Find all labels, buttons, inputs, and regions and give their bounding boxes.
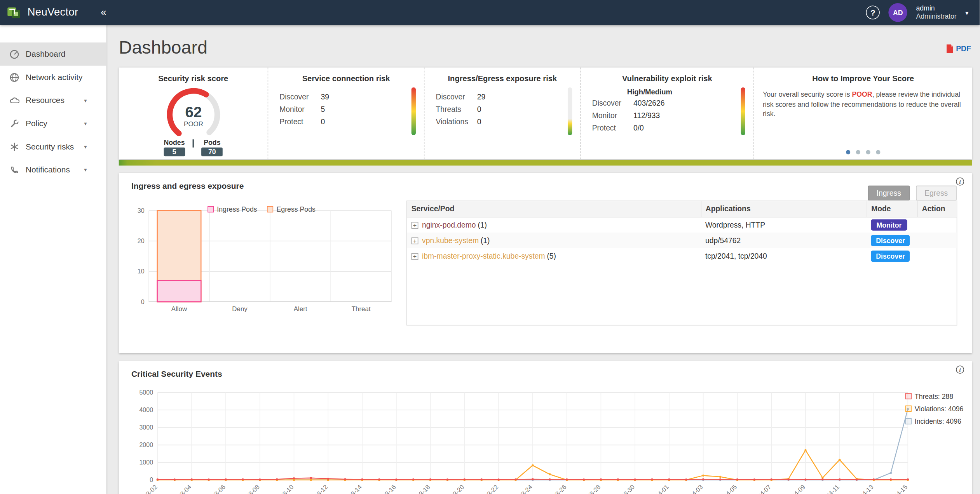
service-count: (5)	[547, 252, 556, 261]
service-count: (1)	[478, 221, 487, 230]
improve-text-before: Your overall security score is	[763, 90, 852, 98]
sidebar-item-label: Policy	[26, 119, 47, 128]
sidebar-item-network-activity[interactable]: Network activity	[0, 66, 106, 89]
carousel-dot[interactable]	[866, 150, 870, 154]
carousel-dot[interactable]	[876, 150, 880, 154]
metric-value: 0	[477, 117, 481, 126]
sidebar-item-policy[interactable]: Policy ▾	[0, 112, 106, 135]
sidebar: Dashboard Network activity Resources ▾ P…	[0, 25, 106, 494]
tab-ingress[interactable]: Ingress	[868, 186, 910, 201]
metric-value: 29	[477, 92, 485, 101]
info-icon[interactable]: i	[956, 177, 964, 186]
svg-text:03-18: 03-18	[415, 483, 431, 494]
expand-icon[interactable]: +	[412, 253, 419, 260]
col-applications[interactable]: Applications	[701, 201, 867, 217]
chevron-down-icon[interactable]: ▾	[84, 167, 87, 173]
legend-label: Incidents: 4096	[915, 417, 961, 425]
svg-text:04-09: 04-09	[790, 483, 806, 494]
tab-egress[interactable]: Egress	[916, 186, 957, 201]
service-link[interactable]: nginx-pod.demo	[422, 221, 476, 230]
gauge-grade: POOR	[183, 120, 203, 128]
metric-label: Discover	[279, 92, 321, 101]
pdf-export-link[interactable]: PDF	[946, 44, 971, 53]
exposure-card-title: Ingress and egress exposure	[131, 181, 244, 191]
service-link[interactable]: ibm-master-proxy-static.kube-system	[422, 252, 545, 261]
pdf-icon	[946, 44, 953, 53]
metric-label: Protect	[279, 117, 321, 126]
improve-text: Your overall security score is POOR, ple…	[754, 83, 972, 119]
col-action[interactable]: Action	[917, 201, 957, 217]
user-block[interactable]: admin Administrator	[916, 4, 956, 21]
svg-text:20: 20	[138, 237, 145, 244]
main-content: Dashboard PDF Security risk score 62 POO…	[106, 25, 980, 494]
high-medium-label: High/Medium	[627, 88, 753, 96]
legend-label: Egress Pods	[277, 205, 316, 213]
applications-cell: tcp/2041, tcp/2040	[701, 248, 867, 264]
panel-title: Vulnerability exploit risk	[581, 74, 753, 83]
events-card-title: Critical Security Events	[131, 369, 222, 379]
svg-text:3000: 3000	[139, 424, 153, 431]
brand-name: NeuVector	[28, 6, 78, 19]
avatar[interactable]: AD	[889, 3, 907, 22]
sidebar-item-resources[interactable]: Resources ▾	[0, 89, 106, 112]
dashboard-icon	[9, 49, 19, 59]
service-link[interactable]: vpn.kube-system	[422, 236, 479, 245]
svg-text:4000: 4000	[139, 406, 153, 413]
panel-title: How to Improve Your Score	[754, 74, 972, 83]
user-role: Administrator	[916, 12, 956, 21]
topbar-right: ? AD admin Administrator ▾	[866, 3, 980, 22]
expand-icon[interactable]: +	[412, 222, 419, 229]
sidebar-item-label: Security risks	[26, 142, 74, 151]
table-header-row: Service/Pod Applications Mode Action	[407, 201, 957, 217]
topbar: NeuVector « ? AD admin Administrator ▾	[0, 0, 980, 25]
svg-text:10: 10	[138, 268, 145, 275]
carousel-dot[interactable]	[856, 150, 860, 154]
svg-text:03-02: 03-02	[142, 483, 159, 494]
sidebar-collapse-icon[interactable]: «	[101, 7, 106, 18]
svg-text:04-07: 04-07	[756, 483, 772, 494]
exposure-bar-chart: Ingress Pods Egress Pods 0102030AllowDen…	[126, 200, 399, 325]
carousel-dots	[754, 150, 972, 154]
help-icon[interactable]: ?	[866, 5, 880, 19]
sidebar-item-label: Network activity	[26, 73, 82, 82]
action-cell	[917, 248, 957, 264]
table-row: +ibm-master-proxy-static.kube-system(5) …	[407, 248, 957, 264]
pods-label: Pods	[202, 139, 223, 146]
events-card: Critical Security Events i 0100020003000…	[119, 361, 972, 494]
legend-swatch	[905, 405, 912, 412]
svg-text:0: 0	[150, 476, 153, 483]
metric-label: Protect	[592, 124, 633, 133]
svg-text:03-16: 03-16	[381, 483, 397, 494]
metric-value: 39	[321, 92, 329, 101]
gauge-score: 62	[185, 104, 202, 120]
sidebar-item-security-risks[interactable]: Security risks ▾	[0, 135, 106, 158]
security-risk-score-panel: Security risk score 62 POOR Nodes 5	[119, 68, 268, 160]
expand-icon[interactable]: +	[412, 237, 419, 244]
chevron-down-icon[interactable]: ▾	[84, 120, 87, 127]
cloud-icon	[9, 95, 19, 105]
action-cell	[917, 217, 957, 232]
sidebar-item-notifications[interactable]: Notifications ▾	[0, 158, 106, 181]
sidebar-item-dashboard[interactable]: Dashboard	[0, 42, 106, 66]
metric-label: Monitor	[592, 111, 633, 120]
svg-text:03-20: 03-20	[449, 483, 466, 494]
chevron-down-icon[interactable]: ▾	[84, 97, 87, 103]
col-service-pod[interactable]: Service/Pod	[407, 201, 701, 217]
globe-icon	[9, 72, 19, 82]
user-menu-caret-icon[interactable]: ▾	[965, 9, 968, 16]
svg-text:03-12: 03-12	[313, 483, 329, 494]
bar-chart-legend: Ingress Pods Egress Pods	[208, 205, 316, 213]
svg-text:1000: 1000	[139, 459, 153, 466]
chevron-down-icon[interactable]: ▾	[84, 143, 87, 150]
mode-badge: Monitor	[871, 219, 907, 230]
svg-text:Deny: Deny	[232, 305, 248, 313]
sidebar-item-label: Resources	[26, 96, 65, 105]
col-mode[interactable]: Mode	[867, 201, 917, 217]
info-icon[interactable]: i	[956, 365, 964, 374]
svg-text:Threat: Threat	[352, 305, 371, 313]
carousel-dot[interactable]	[846, 150, 850, 154]
neuvector-logo	[6, 4, 23, 21]
risk-gradient-bar	[741, 87, 745, 135]
improve-score-panel: How to Improve Your Score Your overall s…	[753, 68, 972, 160]
panel-title: Ingress/Egress exposure risk	[425, 74, 581, 83]
